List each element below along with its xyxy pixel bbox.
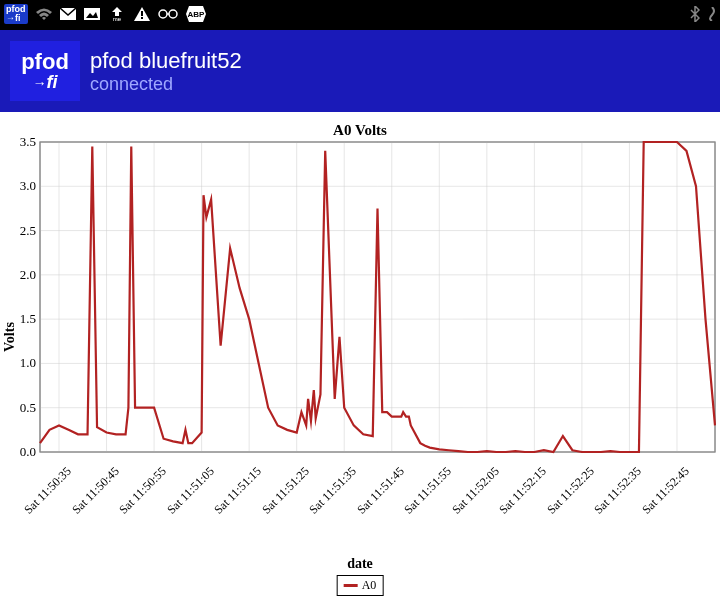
logo-text-1: pfod <box>21 51 69 73</box>
svg-rect-4 <box>141 17 143 19</box>
chart-container[interactable]: A0 Volts Volts 0.00.51.01.52.02.53.03.5 … <box>0 112 720 600</box>
y-tick-label: 1.0 <box>6 355 36 371</box>
svg-rect-3 <box>141 11 143 16</box>
chart-legend: A0 <box>337 575 384 596</box>
svg-point-5 <box>159 10 167 18</box>
legend-swatch <box>344 584 358 587</box>
svg-text:ABP: ABP <box>187 10 205 19</box>
bluetooth-icon <box>690 6 700 22</box>
y-tick-label: 0.5 <box>6 400 36 416</box>
wifi-icon <box>36 8 52 20</box>
y-tick-label: 3.5 <box>6 134 36 150</box>
y-tick-label: 1.5 <box>6 311 36 327</box>
mail-icon <box>60 8 76 20</box>
header-text: pfod bluefruit52 connected <box>90 48 242 95</box>
line-chart[interactable] <box>0 112 720 600</box>
app-header: pfod →fi pfod bluefruit52 connected <box>0 28 720 112</box>
abp-icon: ABP <box>186 6 206 22</box>
logo-text-2: →fi <box>33 73 58 92</box>
pfod-mini-icon: pfod→fi <box>4 4 28 24</box>
battery-icon <box>708 7 716 21</box>
y-tick-label: 0.0 <box>6 444 36 460</box>
x-axis-label: date <box>0 556 720 572</box>
picture-icon <box>84 8 100 20</box>
svg-point-6 <box>169 10 177 18</box>
pfod-logo: pfod →fi <box>10 41 80 101</box>
device-title: pfod bluefruit52 <box>90 48 242 74</box>
status-bar: pfod→fi me ABP <box>0 0 720 28</box>
svg-text:me: me <box>112 16 121 21</box>
alert-icon <box>134 7 150 21</box>
y-tick-label: 3.0 <box>6 178 36 194</box>
svg-rect-1 <box>84 8 100 20</box>
connection-status: connected <box>90 74 242 95</box>
y-tick-label: 2.5 <box>6 223 36 239</box>
legend-label: A0 <box>362 578 377 593</box>
me-icon: me <box>108 7 126 21</box>
glasses-icon <box>158 9 178 19</box>
y-tick-label: 2.0 <box>6 267 36 283</box>
